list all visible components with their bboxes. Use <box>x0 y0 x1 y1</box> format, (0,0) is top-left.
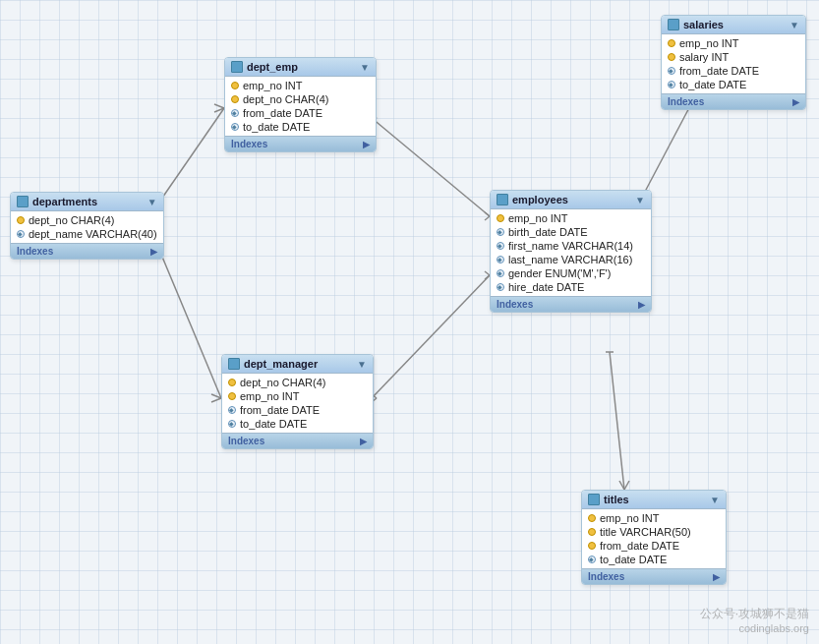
table-icon-salaries <box>668 19 679 30</box>
field-label: gender ENUM('M','F') <box>508 267 611 279</box>
table-icon-dept_emp <box>231 61 243 73</box>
field-label: to_date DATE <box>600 554 667 565</box>
table-header-dept_manager[interactable]: dept_manager ▼ <box>222 355 373 374</box>
table-dropdown-departments[interactable]: ▼ <box>147 197 157 207</box>
pk-icon <box>588 514 596 522</box>
svg-line-6 <box>211 394 221 398</box>
fk-icon <box>497 228 504 236</box>
field-to_date: to_date DATE <box>662 78 805 91</box>
field-label: first_name VARCHAR(14) <box>508 240 633 252</box>
svg-line-28 <box>619 481 624 490</box>
field-salary: salary INT <box>662 50 805 64</box>
svg-line-2 <box>214 108 224 112</box>
indexes-employees[interactable]: Indexes ▶ <box>491 296 651 312</box>
indexes-arrow: ▶ <box>363 140 370 149</box>
table-fields-employees: emp_no INT birth_date DATE first_name VA… <box>491 209 651 296</box>
pk-icon <box>228 392 236 400</box>
table-title-salaries: salaries <box>683 19 724 30</box>
table-header-salaries[interactable]: salaries ▼ <box>662 16 805 34</box>
table-fields-salaries: emp_no INT salary INT from_date DATE to_… <box>662 34 805 93</box>
indexes-salaries[interactable]: Indexes ▶ <box>662 93 805 109</box>
field-label: emp_no INT <box>508 212 568 224</box>
table-dropdown-salaries[interactable]: ▼ <box>790 20 799 30</box>
fk-icon <box>497 242 504 250</box>
table-dropdown-employees[interactable]: ▼ <box>635 195 645 205</box>
table-dept_manager[interactable]: dept_manager ▼ dept_no CHAR(4) emp_no IN… <box>221 354 374 449</box>
table-titles[interactable]: titles ▼ emp_no INT title VARCHAR(50) fr… <box>581 490 727 585</box>
field-label: from_date DATE <box>679 65 759 77</box>
field-label: last_name VARCHAR(16) <box>508 254 632 265</box>
table-icon-dept_manager <box>228 358 240 370</box>
field-label: emp_no INT <box>679 37 739 49</box>
indexes-departments[interactable]: Indexes ▶ <box>11 243 163 259</box>
field-emp_no: emp_no INT <box>662 36 805 50</box>
field-label: to_date DATE <box>240 418 307 430</box>
field-label: birth_date DATE <box>508 226 588 238</box>
field-label: salary INT <box>679 51 729 63</box>
field-label: dept_no CHAR(4) <box>29 214 114 226</box>
field-gender: gender ENUM('M','F') <box>491 266 651 280</box>
fk-icon <box>231 123 239 131</box>
fk-icon <box>228 420 236 428</box>
table-header-dept_emp[interactable]: dept_emp ▼ <box>225 58 376 77</box>
field-label: emp_no INT <box>240 390 300 402</box>
table-fields-dept_manager: dept_no CHAR(4) emp_no INT from_date DAT… <box>222 374 373 433</box>
indexes-titles[interactable]: Indexes ▶ <box>582 568 726 584</box>
indexes-arrow: ▶ <box>792 97 799 107</box>
svg-line-15 <box>372 275 490 398</box>
field-emp_no: emp_no INT <box>222 389 373 403</box>
field-to_date: to_date DATE <box>582 553 726 566</box>
field-dept_no: dept_no CHAR(4) <box>225 92 376 106</box>
indexes-dept_emp[interactable]: Indexes ▶ <box>225 136 376 151</box>
pk-icon <box>231 82 239 89</box>
field-to_date: to_date DATE <box>225 120 376 134</box>
table-title-employees: employees <box>512 194 568 205</box>
indexes-arrow: ▶ <box>638 300 645 310</box>
table-fields-dept_emp: emp_no INT dept_no CHAR(4) from_date DAT… <box>225 77 376 136</box>
table-title-titles: titles <box>604 494 629 505</box>
pk-icon <box>228 379 236 386</box>
table-dropdown-dept_emp[interactable]: ▼ <box>360 62 370 73</box>
field-from_date: from_date DATE <box>222 403 373 417</box>
field-first_name: first_name VARCHAR(14) <box>491 239 651 253</box>
table-header-employees[interactable]: employees ▼ <box>491 191 651 209</box>
field-birth_date: birth_date DATE <box>491 225 651 239</box>
pk-icon <box>17 216 25 224</box>
table-dropdown-titles[interactable]: ▼ <box>710 495 720 505</box>
pk-icon <box>231 95 239 103</box>
field-label: dept_no CHAR(4) <box>243 93 328 105</box>
indexes-arrow: ▶ <box>713 572 720 582</box>
field-from_date: from_date DATE <box>582 539 726 553</box>
table-header-titles[interactable]: titles ▼ <box>582 491 726 509</box>
table-title-dept_manager: dept_manager <box>244 358 318 370</box>
pk-icon <box>668 53 675 61</box>
fk-icon <box>231 109 239 117</box>
table-header-departments[interactable]: departments ▼ <box>11 193 163 211</box>
table-dropdown-dept_manager[interactable]: ▼ <box>357 359 367 370</box>
pk-icon <box>588 542 596 550</box>
fk-icon <box>668 67 675 75</box>
field-dept_no: dept_no CHAR(4) <box>11 213 163 227</box>
table-employees[interactable]: employees ▼ emp_no INT birth_date DATE f… <box>490 190 652 313</box>
field-title: title VARCHAR(50) <box>582 525 726 539</box>
field-label: hire_date DATE <box>508 281 584 293</box>
field-label: dept_no CHAR(4) <box>240 377 325 388</box>
svg-line-25 <box>610 352 624 490</box>
fk-icon <box>497 256 504 263</box>
field-label: from_date DATE <box>243 107 322 119</box>
fk-icon <box>588 556 596 563</box>
fk-icon <box>17 230 25 238</box>
field-label: from_date DATE <box>600 540 679 552</box>
indexes-dept_manager[interactable]: Indexes ▶ <box>222 433 373 448</box>
field-label: title VARCHAR(50) <box>600 526 691 538</box>
table-dept_emp[interactable]: dept_emp ▼ emp_no INT dept_no CHAR(4) fr… <box>224 57 377 152</box>
field-dept_name: dept_name VARCHAR(40) <box>11 227 163 241</box>
watermark-line2: codinglabs.org <box>738 622 809 634</box>
table-title-departments: departments <box>32 196 97 207</box>
field-from_date: from_date DATE <box>662 64 805 78</box>
table-icon-employees <box>497 194 508 205</box>
field-emp_no: emp_no INT <box>582 511 726 525</box>
svg-line-7 <box>211 398 221 402</box>
table-salaries[interactable]: salaries ▼ emp_no INT salary INT from_da… <box>661 15 806 110</box>
table-departments[interactable]: departments ▼ dept_no CHAR(4) dept_name … <box>10 192 164 260</box>
